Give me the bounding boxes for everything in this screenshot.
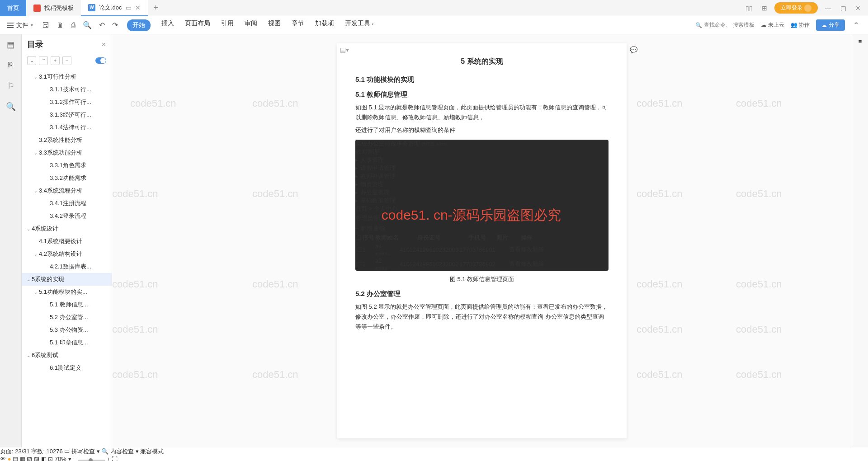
- view-outline-icon[interactable]: ▦: [20, 456, 25, 461]
- outline-close-icon[interactable]: ✕: [101, 41, 106, 48]
- outline-item-label: 4.2系统结构设计: [39, 250, 82, 258]
- apps-icon[interactable]: ⊞: [760, 5, 769, 12]
- zoom-icon[interactable]: ⊡ 70% ▾: [48, 456, 71, 461]
- tab-template[interactable]: 找稻壳模板: [26, 0, 81, 16]
- ribbon-tab-start[interactable]: 开始: [127, 19, 151, 31]
- expand-all-button[interactable]: ⌃: [39, 56, 48, 65]
- remove-level-button[interactable]: −: [62, 56, 71, 65]
- file-menu[interactable]: 文件 ▾: [7, 21, 37, 29]
- word-count[interactable]: 字数: 10276: [31, 448, 62, 455]
- outline-item[interactable]: ⌄4.2系统结构设计: [22, 248, 112, 260]
- search-commands[interactable]: 🔍 查找命令、 搜索模板: [695, 21, 755, 29]
- page-menu-icon[interactable]: ▤▾: [340, 46, 349, 53]
- ribbon-tab-insert[interactable]: 插入: [161, 19, 174, 31]
- close-icon[interactable]: ✕: [135, 4, 141, 11]
- maximize-button[interactable]: ▢: [839, 5, 848, 12]
- save-as-icon[interactable]: 🗎: [55, 21, 66, 29]
- outline-icon[interactable]: ▤: [7, 40, 14, 50]
- outline-item[interactable]: 5.3 办公物资...: [22, 324, 112, 336]
- tools-icon[interactable]: ◧: [41, 456, 47, 461]
- ribbon-tab-addons[interactable]: 加载项: [315, 19, 334, 31]
- ribbon-tab-references[interactable]: 引用: [221, 19, 234, 31]
- outline-item[interactable]: 3.3.1角色需求: [22, 159, 112, 172]
- figure-side-item: ▸ 教师补课管理: [355, 172, 609, 180]
- outline-toggle[interactable]: [95, 57, 106, 64]
- outline-item[interactable]: 3.1.1技术可行...: [22, 83, 112, 96]
- undo-icon[interactable]: ↶: [97, 21, 107, 29]
- outline-item[interactable]: ⌄6系统测试: [22, 349, 112, 362]
- add-level-button[interactable]: +: [51, 56, 60, 65]
- outline-item-label: 5.2 办公室管...: [50, 313, 88, 321]
- watermark-text: code51.cn: [252, 369, 298, 381]
- print-icon[interactable]: ⎙: [69, 21, 77, 29]
- outline-item-label: 3.3.1角色需求: [50, 161, 86, 169]
- spell-check[interactable]: ▭ 拼写检查 ▾: [64, 448, 99, 455]
- outline-item[interactable]: 3.4.2登录流程: [22, 210, 112, 222]
- share-button[interactable]: ☁ 分享: [816, 19, 845, 31]
- nav-icon[interactable]: ⎘: [8, 61, 13, 70]
- outline-item[interactable]: 5.1 教师信息...: [22, 298, 112, 311]
- outline-item[interactable]: 3.2系统性能分析: [22, 134, 112, 146]
- minimize-button[interactable]: —: [823, 5, 833, 12]
- grid-icon[interactable]: ▯▯: [744, 5, 755, 12]
- figure-del-button: 删除: [374, 225, 386, 232]
- outline-item[interactable]: 3.3.2功能需求: [22, 172, 112, 184]
- outline-item[interactable]: ⌄3.3系统功能分析: [22, 146, 112, 159]
- compat-mode[interactable]: 兼容模式: [140, 448, 164, 455]
- comment-icon[interactable]: 💬: [630, 46, 637, 53]
- zoom-in-button[interactable]: +: [107, 456, 110, 461]
- outline-item[interactable]: ⌄5.1功能模块的实...: [22, 286, 112, 298]
- outline-item[interactable]: ⌄3.4系统流程分析: [22, 184, 112, 197]
- collapse-all-button[interactable]: ⌄: [27, 56, 36, 65]
- outline-item[interactable]: ⌄4系统设计: [22, 222, 112, 235]
- watermark-text: code51.cn: [112, 324, 158, 335]
- collapse-ribbon-icon[interactable]: ⌃: [851, 21, 861, 29]
- figure-add-button: + 新增: [355, 225, 372, 232]
- outline-item[interactable]: 3.1.4法律可行...: [22, 121, 112, 134]
- ribbon-tab-section[interactable]: 章节: [292, 19, 304, 31]
- circle-icon[interactable]: ●: [8, 456, 11, 461]
- outline-item[interactable]: ⌄3.1可行性分析: [22, 71, 112, 83]
- content-check[interactable]: 🔍 内容检查 ▾: [101, 448, 138, 455]
- login-button[interactable]: 立即登录: [774, 2, 818, 14]
- share-icon: ☁: [821, 22, 827, 28]
- view-page-icon[interactable]: ▤: [13, 456, 18, 461]
- ribbon-tab-devtools[interactable]: 开发工具 ›: [345, 19, 373, 31]
- print-preview-icon[interactable]: 🔍: [81, 21, 94, 29]
- close-button[interactable]: ✕: [854, 5, 863, 12]
- outline-item[interactable]: 5.1 印章信息...: [22, 336, 112, 349]
- redo-icon[interactable]: ↷: [110, 21, 120, 29]
- outline-item[interactable]: 6.1测试定义: [22, 362, 112, 374]
- ribbon-right: 🔍 查找命令、 搜索模板 ☁ 未上云 👥 协作 ☁ 分享 ⌃: [695, 19, 861, 31]
- figure-sidebar: 教师管理 ▸ 人事管理▸ 请假申请管理▸ 教师补课管理▸ 物资管理▸ 办公室管理…: [355, 148, 609, 205]
- eye-icon[interactable]: 👁: [0, 456, 6, 461]
- outline-item[interactable]: 3.4.1注册流程: [22, 197, 112, 210]
- outline-item[interactable]: 5.2 办公室管...: [22, 311, 112, 324]
- outline-item[interactable]: 3.1.2操作可行...: [22, 96, 112, 108]
- doc-heading-3: 5.1 教师信息管理: [355, 90, 609, 99]
- tab-home[interactable]: 首页: [0, 0, 26, 16]
- search-icon[interactable]: 🔍: [6, 102, 16, 112]
- outline-item[interactable]: 4.1系统概要设计: [22, 235, 112, 248]
- outline-item[interactable]: ⌄5系统的实现: [22, 273, 112, 286]
- bookmark-icon[interactable]: ⚐: [7, 81, 14, 91]
- page-count[interactable]: 页面: 23/31: [0, 448, 30, 455]
- save-icon[interactable]: 🖫: [40, 21, 51, 29]
- cooperate-button[interactable]: 👥 协作: [791, 21, 810, 29]
- ribbon-tab-view[interactable]: 视图: [268, 19, 281, 31]
- zoom-out-button[interactable]: −: [73, 456, 76, 461]
- view-web-icon[interactable]: ▧: [27, 456, 32, 461]
- watermark-text: code51.cn: [637, 98, 683, 109]
- expand-icon[interactable]: ≡: [859, 38, 862, 45]
- tab-document[interactable]: W 论文.doc ▭ ✕: [81, 0, 148, 16]
- ribbon-tab-layout[interactable]: 页面布局: [185, 19, 210, 31]
- fullscreen-icon[interactable]: ⛶: [112, 456, 118, 461]
- view-read-icon[interactable]: ▨: [34, 456, 39, 461]
- add-tab-button[interactable]: +: [148, 3, 164, 13]
- outline-item[interactable]: 3.1.3经济可行...: [22, 108, 112, 121]
- cloud-status[interactable]: ☁ 未上云: [761, 21, 784, 29]
- ribbon-tab-review[interactable]: 审阅: [245, 19, 257, 31]
- outline-item[interactable]: 4.2.1数据库表...: [22, 260, 112, 273]
- document-viewport[interactable]: code51.cncode51.cncode51.cncode51.cncode…: [112, 34, 852, 447]
- split-icon[interactable]: ▭: [126, 4, 132, 11]
